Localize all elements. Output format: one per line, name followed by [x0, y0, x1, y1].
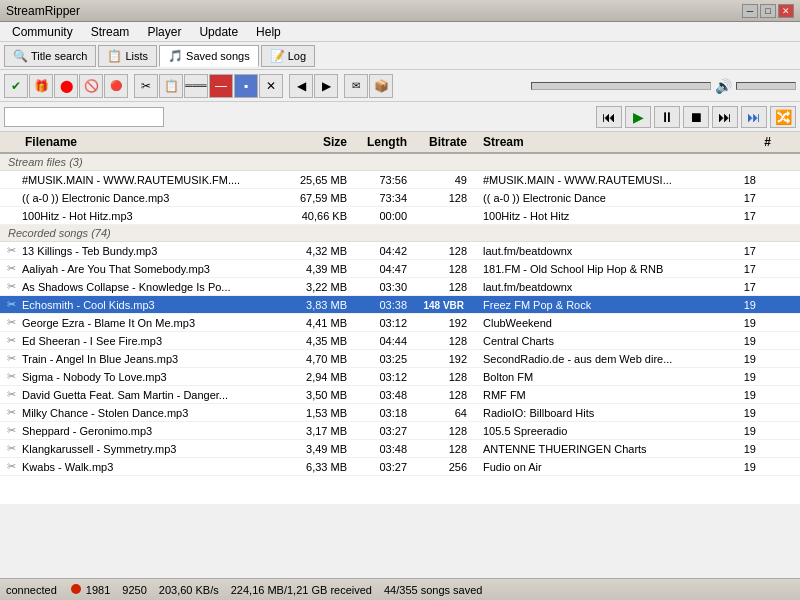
col-size-header[interactable]: Size [280, 135, 355, 149]
cell-filename: Aaliyah - Are You That Somebody.mp3 [22, 263, 280, 275]
table-row[interactable]: ✂Aaliyah - Are You That Somebody.mp34,39… [0, 260, 800, 278]
equals-button[interactable]: ═══ [184, 74, 208, 98]
tab-saved-songs[interactable]: 🎵 Saved songs [159, 45, 259, 67]
menu-update[interactable]: Update [191, 23, 246, 41]
table-row[interactable]: ✂Echosmith - Cool Kids.mp33,83 MB03:3814… [0, 296, 800, 314]
speed-status: 203,60 KB/s [159, 584, 219, 596]
cell-filename: George Ezra - Blame It On Me.mp3 [22, 317, 280, 329]
col-stream-header[interactable]: Stream [475, 135, 735, 149]
titlebar: StreamRipper ─ □ ✕ [0, 0, 800, 22]
table-row[interactable]: (( a-0 )) Electronic Dance.mp367,59 MB73… [0, 189, 800, 207]
row-scissors-icon: ✂ [0, 244, 22, 257]
cell-length: 04:44 [355, 335, 415, 347]
lists-icon: 📋 [107, 49, 122, 63]
table-row[interactable]: #MUSIK.MAIN - WWW.RAUTEMUSIK.FM....25,65… [0, 171, 800, 189]
cell-num: 19 [720, 299, 760, 311]
col-filename-header[interactable]: Filename [0, 135, 280, 149]
seekbar[interactable] [531, 82, 711, 90]
envelope-button[interactable]: ✉ [344, 74, 368, 98]
cell-length: 03:30 [355, 281, 415, 293]
song-count: 9250 [122, 584, 146, 596]
table-row[interactable]: ✂13 Killings - Teb Bundy.mp34,32 MB04:42… [0, 242, 800, 260]
tab-title-search[interactable]: 🔍 Title search [4, 45, 96, 67]
copy-button[interactable]: 📋 [159, 74, 183, 98]
delete-button[interactable]: ✕ [259, 74, 283, 98]
cell-num: 19 [720, 335, 760, 347]
status-indicator: 1981 [69, 584, 111, 596]
dash-button[interactable]: — [209, 74, 233, 98]
table-row[interactable]: 100Hitz - Hot Hitz.mp340,66 KB00:00100Hi… [0, 207, 800, 225]
cell-length: 03:12 [355, 371, 415, 383]
cut-button[interactable]: ✂ [134, 74, 158, 98]
stop-button[interactable]: ⏹ [683, 106, 709, 128]
status-year: 1981 [86, 584, 110, 596]
table-row[interactable]: ✂Sheppard - Geronimo.mp33,17 MB03:271281… [0, 422, 800, 440]
menu-help[interactable]: Help [248, 23, 289, 41]
row-scissors-icon: ✂ [0, 352, 22, 365]
red-button-1[interactable]: ⬤ [54, 74, 78, 98]
volume-slider[interactable] [736, 82, 796, 90]
cell-length: 04:47 [355, 263, 415, 275]
tab-title-search-label: Title search [31, 50, 87, 62]
col-num-header[interactable]: # [735, 135, 775, 149]
next-button[interactable]: ⏭ [712, 106, 738, 128]
col-bitrate-header[interactable]: Bitrate [415, 135, 475, 149]
arrow-left-button[interactable]: ◀ [289, 74, 313, 98]
table-row[interactable]: ✂Ed Sheeran - I See Fire.mp34,35 MB04:44… [0, 332, 800, 350]
gift-button[interactable]: 🎁 [29, 74, 53, 98]
cell-bitrate: 128 [415, 245, 475, 257]
next2-button[interactable]: ⏭ [741, 106, 767, 128]
prev-button[interactable]: ⏮ [596, 106, 622, 128]
red-button-2[interactable]: 🔴 [104, 74, 128, 98]
square-button[interactable]: ▪ [234, 74, 258, 98]
titlebar-title: StreamRipper [6, 4, 80, 18]
menu-player[interactable]: Player [139, 23, 189, 41]
cell-size: 25,65 MB [280, 174, 355, 186]
close-button[interactable]: ✕ [778, 4, 794, 18]
cell-size: 4,39 MB [280, 263, 355, 275]
tab-log[interactable]: 📝 Log [261, 45, 315, 67]
search-input[interactable] [4, 107, 164, 127]
cell-stream: #MUSIK.MAIN - WWW.RAUTEMUSI... [475, 174, 720, 186]
cell-stream: RMF FM [475, 389, 720, 401]
check-button[interactable]: ✔ [4, 74, 28, 98]
cell-bitrate: 128 [415, 281, 475, 293]
minimize-button[interactable]: ─ [742, 4, 758, 18]
row-scissors-icon: ✂ [0, 460, 22, 473]
cell-filename: Kwabs - Walk.mp3 [22, 461, 280, 473]
arrow-right-button[interactable]: ▶ [314, 74, 338, 98]
play-button[interactable]: ▶ [625, 106, 651, 128]
menu-community[interactable]: Community [4, 23, 81, 41]
block-button[interactable]: 🚫 [79, 74, 103, 98]
cell-filename: David Guetta Feat. Sam Martin - Danger..… [22, 389, 280, 401]
cell-bitrate: 49 [415, 174, 475, 186]
maximize-button[interactable]: □ [760, 4, 776, 18]
table-row[interactable]: ✂Kwabs - Walk.mp36,33 MB03:27256Fudio on… [0, 458, 800, 476]
table-row[interactable]: ✂Sigma - Nobody To Love.mp32,94 MB03:121… [0, 368, 800, 386]
menu-stream[interactable]: Stream [83, 23, 138, 41]
table-row[interactable]: ✂As Shadows Collapse - Knowledge Is Po..… [0, 278, 800, 296]
cell-size: 40,66 KB [280, 210, 355, 222]
received-status: 224,16 MB/1,21 GB received [231, 584, 372, 596]
cell-filename: Milky Chance - Stolen Dance.mp3 [22, 407, 280, 419]
col-length-header[interactable]: Length [355, 135, 415, 149]
pause-button[interactable]: ⏸ [654, 106, 680, 128]
table-row[interactable]: ✂George Ezra - Blame It On Me.mp34,41 MB… [0, 314, 800, 332]
cell-filename: As Shadows Collapse - Knowledge Is Po... [22, 281, 280, 293]
cell-size: 3,49 MB [280, 443, 355, 455]
cell-num: 19 [720, 371, 760, 383]
cell-stream: 100Hitz - Hot Hitz [475, 210, 720, 222]
box-button[interactable]: 📦 [369, 74, 393, 98]
action-toolbar: ✔ 🎁 ⬤ 🚫 🔴 ✂ 📋 ═══ — ▪ ✕ ◀ ▶ ✉ 📦 🔊 [0, 70, 800, 102]
tab-lists[interactable]: 📋 Lists [98, 45, 157, 67]
cell-stream: Central Charts [475, 335, 720, 347]
table-row[interactable]: ✂David Guetta Feat. Sam Martin - Danger.… [0, 386, 800, 404]
shuffle-button[interactable]: 🔀 [770, 106, 796, 128]
status-dot [71, 584, 81, 594]
cell-filename: 100Hitz - Hot Hitz.mp3 [22, 210, 280, 222]
table-row[interactable]: ✂Klangkarussell - Symmetry.mp33,49 MB03:… [0, 440, 800, 458]
table-row[interactable]: ✂Train - Angel In Blue Jeans.mp34,70 MB0… [0, 350, 800, 368]
cell-bitrate: 256 [415, 461, 475, 473]
connection-status: connected [6, 584, 57, 596]
table-row[interactable]: ✂Milky Chance - Stolen Dance.mp31,53 MB0… [0, 404, 800, 422]
